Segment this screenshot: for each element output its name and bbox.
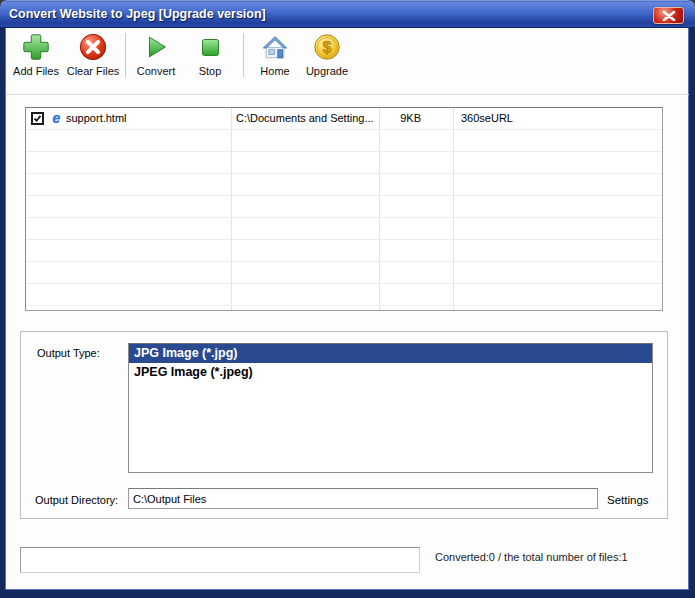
- play-icon: [141, 32, 171, 62]
- home-label: Home: [251, 65, 299, 77]
- file-list-empty-row: [26, 130, 662, 152]
- clear-files-label: Clear Files: [64, 65, 122, 77]
- svg-text:$: $: [323, 39, 332, 56]
- home-button[interactable]: Home: [251, 32, 299, 90]
- close-button[interactable]: [653, 7, 684, 24]
- toolbar-divider: [6, 94, 689, 95]
- stop-button[interactable]: Stop: [184, 32, 236, 90]
- file-type: 360seURL: [454, 108, 654, 130]
- file-name: support.html: [26, 108, 231, 130]
- add-files-button[interactable]: Add Files: [9, 32, 63, 90]
- output-directory-input[interactable]: [128, 488, 598, 509]
- file-list-empty-row: [26, 262, 662, 284]
- settings-link[interactable]: Settings: [607, 494, 649, 506]
- add-files-label: Add Files: [9, 65, 63, 77]
- toolbar-separator: [243, 33, 244, 77]
- convert-label: Convert: [129, 65, 183, 77]
- output-directory-label: Output Directory:: [35, 494, 118, 506]
- file-list-empty-row: [26, 152, 662, 174]
- file-size: 9KB: [379, 108, 454, 130]
- title-bar[interactable]: Convert Website to Jpeg [Upgrade version…: [0, 0, 695, 28]
- upgrade-button[interactable]: $ Upgrade: [299, 32, 355, 90]
- home-icon: [260, 32, 290, 62]
- clear-files-button[interactable]: Clear Files: [64, 32, 122, 90]
- file-row[interactable]: e support.html C:\Documents and Setting.…: [26, 108, 662, 130]
- add-plus-icon: [21, 32, 51, 62]
- upgrade-label: Upgrade: [299, 65, 355, 77]
- app-window: Convert Website to Jpeg [Upgrade version…: [0, 0, 695, 598]
- file-list-empty-row: [26, 218, 662, 240]
- status-text: Converted:0 / the total number of files:…: [435, 551, 628, 563]
- file-path: C:\Documents and Setting...: [231, 108, 379, 130]
- stop-square-icon: [195, 32, 225, 62]
- convert-button[interactable]: Convert: [129, 32, 183, 90]
- output-type-list[interactable]: JPG Image (*.jpg) JPEG Image (*.jpeg): [128, 343, 653, 473]
- file-list[interactable]: e support.html C:\Documents and Setting.…: [25, 107, 663, 311]
- output-type-option-jpg[interactable]: JPG Image (*.jpg): [129, 344, 652, 363]
- stop-label: Stop: [184, 65, 236, 77]
- file-list-empty-row: [26, 240, 662, 262]
- window-title: Convert Website to Jpeg [Upgrade version…: [9, 0, 266, 28]
- output-type-option-jpeg[interactable]: JPEG Image (*.jpeg): [129, 363, 652, 382]
- toolbar-separator: [125, 33, 126, 77]
- progress-bar: [20, 547, 420, 573]
- file-list-empty-row: [26, 284, 662, 306]
- gold-coin-icon: $: [312, 32, 342, 62]
- file-list-empty-row: [26, 196, 662, 218]
- file-list-empty-row: [26, 174, 662, 196]
- close-icon: [662, 11, 676, 21]
- clear-x-icon: [78, 32, 108, 62]
- output-type-label: Output Type:: [37, 347, 100, 359]
